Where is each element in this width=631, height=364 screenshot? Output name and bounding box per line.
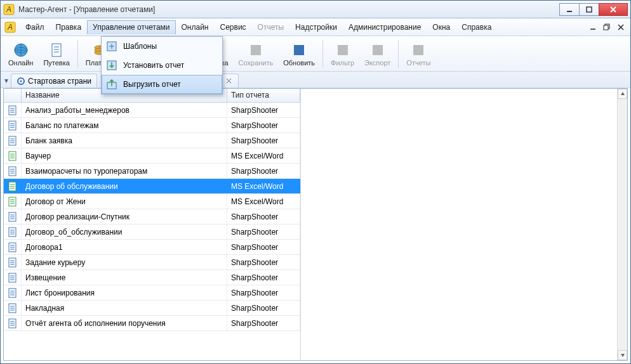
minimize-button[interactable] (559, 3, 580, 16)
toolbar-отчеты: Отчеты (401, 37, 435, 70)
table-row[interactable]: Взаиморасчеты по туроператорамSharpShoot… (4, 164, 300, 179)
mdi-close-button[interactable] (615, 22, 627, 33)
row-name: Анализ_работы_менеджеров (22, 103, 227, 117)
row-type: SharpShooter (227, 270, 300, 285)
tab-label: Стартовая страни (28, 77, 91, 86)
menu-администрирование[interactable]: Администрирование (343, 20, 427, 34)
menu-файл[interactable]: Файл (20, 20, 50, 34)
table-row[interactable]: Отчёт агента об исполнении порученияShar… (4, 316, 300, 331)
toolbar-сохранить: Сохранить (234, 37, 279, 70)
row-icon (4, 164, 22, 178)
toolbar-label: Экспорт (364, 59, 390, 67)
mdi-minimize-button[interactable] (587, 22, 599, 33)
window-buttons (560, 3, 628, 16)
table-row[interactable]: НакладнаяSharpShooter (4, 301, 300, 316)
row-name: Договор от Жени (22, 194, 227, 209)
titlebar: A Мастер-Агент - [Управление отчетами] (1, 1, 630, 18)
menu-правка[interactable]: Правка (50, 20, 88, 34)
row-type: SharpShooter (227, 316, 300, 330)
reports-menu-dropdown: ШаблоныУстановить отчетВыгрузить отчет (101, 36, 223, 94)
row-icon (4, 316, 22, 330)
toolbar-экспорт: Экспорт (359, 37, 395, 70)
row-name: Извещение (22, 270, 227, 285)
menu-item-выгрузить-отчет[interactable]: Выгрузить отчет (102, 75, 222, 94)
toolbar-separator (77, 40, 78, 68)
table-row[interactable]: Бланк заявкаSharpShooter (4, 133, 300, 148)
toolbar-label: Путевка (43, 59, 69, 67)
row-icon (4, 301, 22, 315)
row-type: SharpShooter (227, 118, 300, 133)
tab-start-page[interactable]: Стартовая страни (11, 74, 97, 88)
table-row[interactable]: ИзвещениеSharpShooter (4, 270, 300, 285)
table-row[interactable]: Анализ_работы_менеджеровSharpShooter (4, 103, 300, 118)
toolbar-фильтр: Фильтр (326, 37, 359, 70)
toolbar-онлайн[interactable]: Онлайн (3, 37, 38, 70)
row-name: Взаиморасчеты по туроператорам (22, 164, 227, 178)
row-name: Ваучер (22, 148, 227, 163)
menu-онлайн[interactable]: Онлайн (176, 20, 215, 34)
svg-rect-10 (604, 25, 608, 30)
svg-rect-35 (413, 45, 423, 55)
tab-scroll-left-icon[interactable]: ▾ (2, 74, 11, 88)
menu-окна[interactable]: Окна (427, 20, 456, 34)
table-row[interactable]: Договор реализации-СпутникSharpShooter (4, 209, 300, 224)
row-name: Договора1 (22, 240, 227, 254)
column-header-icon[interactable] (4, 89, 22, 102)
toolbar-путевка[interactable]: Путевка (38, 37, 74, 70)
svg-point-37 (20, 80, 22, 82)
row-type: SharpShooter (227, 285, 300, 300)
table-row[interactable]: Лист бронированияSharpShooter (4, 285, 300, 301)
row-icon (4, 133, 22, 148)
svg-rect-3 (587, 7, 592, 12)
row-name: Задание курьеру (22, 255, 227, 270)
svg-rect-34 (373, 45, 383, 55)
row-type: SharpShooter (227, 301, 300, 315)
scroll-up-icon[interactable] (618, 89, 627, 99)
scrollbar[interactable] (617, 89, 627, 360)
table-row[interactable]: Задание курьеруSharpShooter (4, 255, 300, 270)
row-icon (4, 285, 22, 300)
gear-icon (17, 77, 25, 86)
row-type: MS Excel/Word (227, 194, 300, 209)
table-row[interactable]: Договор об обслуживанииMS Excel/Word (4, 179, 300, 194)
maximize-button[interactable] (579, 3, 599, 16)
menu-item-label: Установить отчет (123, 61, 184, 70)
table-row[interactable]: Баланс по платежамSharpShooter (4, 118, 300, 133)
document-icon (48, 41, 65, 59)
close-button[interactable] (599, 3, 628, 16)
menu-сервис[interactable]: Сервис (215, 20, 252, 34)
menu-item-установить-отчет[interactable]: Установить отчет (102, 56, 222, 75)
tab-close-icon[interactable] (224, 77, 233, 86)
scroll-down-icon[interactable] (618, 350, 627, 360)
row-name: Договор об обслуживании (22, 179, 227, 193)
export-report-icon (105, 78, 118, 91)
menu-справка[interactable]: Справка (456, 20, 497, 34)
svg-rect-15 (52, 44, 61, 56)
grid-body: Анализ_работы_менеджеровSharpShooterБала… (4, 103, 300, 360)
refresh-icon (290, 41, 308, 59)
table-row[interactable]: Договор от ЖениMS Excel/Word (4, 194, 300, 209)
table-row[interactable]: Договора1SharpShooter (4, 240, 300, 255)
column-header-type[interactable]: Тип отчета (227, 89, 300, 102)
menu-управление-отчетами[interactable]: Управление отчетами (87, 20, 175, 34)
toolbar-label: Обновить (283, 59, 315, 67)
row-icon (4, 255, 22, 270)
toolbar-label: Фильтр (331, 59, 354, 67)
mdi-restore-button[interactable] (601, 22, 613, 33)
row-type: MS Excel/Word (227, 179, 300, 193)
content-area: Название Тип отчета Анализ_работы_менедж… (3, 88, 628, 361)
table-row[interactable]: Договор_об_обслуживанииSharpShooter (4, 224, 300, 240)
row-icon (4, 270, 22, 285)
row-name: Баланс по платежам (22, 118, 227, 133)
tabstrip: ▾ Стартовая страни тчетами (1, 72, 630, 88)
svg-marker-104 (621, 354, 625, 357)
svg-text:A: A (6, 5, 11, 14)
preview-pane (301, 89, 627, 360)
menu-надстройки[interactable]: Надстройки (289, 20, 343, 34)
menu-item-шаблоны[interactable]: Шаблоны (102, 37, 222, 56)
toolbar-separator (322, 40, 323, 68)
menu-отчеты[interactable]: Отчеты (252, 20, 289, 34)
toolbar-обновить[interactable]: Обновить (278, 37, 320, 70)
table-row[interactable]: ВаучерMS Excel/Word (4, 148, 300, 164)
svg-rect-31 (251, 45, 261, 55)
